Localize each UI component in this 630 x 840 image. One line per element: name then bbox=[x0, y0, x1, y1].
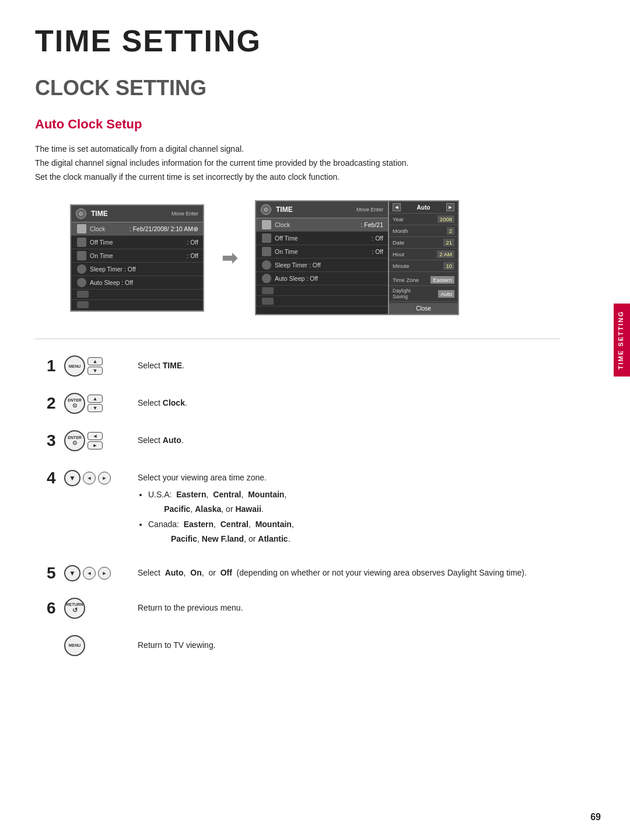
sub-row-hour: Hour 2 AM bbox=[389, 249, 458, 260]
menu-row-sleeptimer-right: Sleep Timer : Off bbox=[256, 259, 388, 272]
up-arrow-2: ▲ bbox=[88, 395, 103, 403]
step-menu-buttons: MENU bbox=[64, 635, 85, 656]
right-arrow: ► bbox=[88, 441, 103, 449]
step-4-buttons: ▼ ◄ ► bbox=[64, 470, 111, 486]
down-button-5: ▼ bbox=[64, 565, 80, 581]
sub-nav-row: ◄ Auto ► bbox=[389, 201, 458, 214]
step-2: 2 ENTER ⊙ ▲ ▼ Select Clock. bbox=[47, 393, 560, 414]
steps-section: 1 MENU ▲ ▼ Select TIME. 2 bbox=[35, 355, 560, 656]
step-3-buttons: ENTER ⊙ ◄ ► bbox=[64, 430, 103, 451]
step-3-number: 3 bbox=[47, 433, 60, 449]
menu-row-icon1-left bbox=[71, 290, 203, 300]
step-2-text: Select Clock. bbox=[138, 393, 560, 410]
menu-row-icon1-right bbox=[256, 285, 388, 296]
step-5: 5 ▼ ◄ ► Select Auto, On, or Off (dependi… bbox=[47, 563, 560, 581]
step-5-number: 5 bbox=[47, 565, 60, 581]
left-arrow-5: ◄ bbox=[83, 567, 96, 580]
sub-nav-right-btn: ► bbox=[446, 203, 454, 211]
step-4: 4 ▼ ◄ ► Select your viewing area time zo… bbox=[47, 468, 560, 546]
menu-screenshot-left: ⊙ TIME Move Enter Clock : Feb/21/2008/ 2… bbox=[70, 204, 204, 312]
menu-row-offtime-right: Off Time : Off bbox=[256, 232, 388, 245]
menu-button: MENU bbox=[64, 355, 85, 377]
step-6-text: Return to the previous menu. bbox=[138, 598, 560, 615]
menu-screenshot-right: ⊙ TIME Move Enter Clock : Feb/21 Off Tim… bbox=[255, 200, 459, 315]
section-heading: CLOCK SETTING bbox=[35, 76, 560, 100]
arrow-right: ➡ bbox=[222, 247, 237, 269]
enter-button: ENTER ⊙ bbox=[64, 393, 85, 414]
enter-button-3: ENTER ⊙ bbox=[64, 430, 85, 451]
step-3-text: Select Auto. bbox=[138, 430, 560, 448]
step-5-buttons: ▼ ◄ ► bbox=[64, 565, 111, 581]
sub-row-daylight: DaylightSaving Auto bbox=[389, 286, 458, 302]
step-6-buttons: RETURN ↺ bbox=[64, 598, 85, 619]
step-2-number: 2 bbox=[47, 395, 60, 412]
left-right-arrows: ◄ ► bbox=[88, 432, 103, 449]
sub-row-minute: Minute 10 bbox=[389, 260, 458, 272]
menu-row-clock-right: Clock : Feb/21 bbox=[256, 218, 388, 232]
menu-row-icon2-right bbox=[256, 296, 388, 306]
menu-row-sleeptimer-left: Sleep Timer : Off bbox=[71, 263, 203, 276]
right-arrow-4: ► bbox=[98, 472, 111, 485]
description-block: The time is set automatically from a dig… bbox=[35, 142, 560, 184]
menu-icon-left: ⊙ bbox=[76, 208, 86, 219]
right-arrow-5: ► bbox=[98, 567, 111, 580]
menu-row-ontime-left: On Time : Off bbox=[71, 249, 203, 263]
down-arrow-2: ▼ bbox=[88, 404, 103, 412]
step-1-buttons: MENU ▲ ▼ bbox=[64, 355, 103, 377]
step-6: 6 RETURN ↺ Return to the previous menu. bbox=[47, 598, 560, 619]
step-1: 1 MENU ▲ ▼ Select TIME. bbox=[47, 355, 560, 377]
sub-row-year: Year 2008 bbox=[389, 214, 458, 225]
menu-nav-left: Move Enter bbox=[172, 211, 198, 217]
left-arrow-4: ◄ bbox=[83, 472, 96, 485]
sub-nav-left-btn: ◄ bbox=[393, 203, 401, 211]
menu-right-main: ⊙ TIME Move Enter Clock : Feb/21 Off Tim… bbox=[255, 200, 389, 315]
step-4-text: Select your viewing area time zone. U.S.… bbox=[138, 468, 560, 546]
menu-title-right: TIME bbox=[276, 205, 352, 214]
up-down-arrows: ▲ ▼ bbox=[88, 357, 103, 375]
screenshots-row: ⊙ TIME Move Enter Clock : Feb/21/2008/ 2… bbox=[35, 200, 560, 315]
menu-icon-right: ⊙ bbox=[261, 204, 271, 215]
menu-button-end: MENU bbox=[64, 635, 85, 656]
side-tab: TIME SETTING bbox=[614, 304, 630, 377]
menu-sub-panel: ◄ Auto ► Year 2008 Month 2 Date 21 Hou bbox=[389, 200, 459, 315]
step-6-number: 6 bbox=[47, 600, 60, 616]
menu-row-icon2-left bbox=[71, 300, 203, 311]
page-number: 69 bbox=[590, 812, 601, 822]
step-4-number: 4 bbox=[47, 470, 60, 486]
up-down-arrows-2: ▲ ▼ bbox=[88, 395, 103, 412]
step-2-buttons: ENTER ⊙ ▲ ▼ bbox=[64, 393, 103, 414]
menu-row-clock-left: Clock : Feb/21/2008/ 2:10 AM⊛ bbox=[71, 222, 203, 236]
sub-close-btn[interactable]: Close bbox=[389, 303, 458, 314]
up-arrow: ▲ bbox=[88, 357, 103, 365]
subsection-heading: Auto Clock Setup bbox=[35, 117, 560, 132]
step-menu-text: Return to TV viewing. bbox=[138, 635, 560, 653]
down-arrow: ▼ bbox=[88, 367, 103, 375]
sub-row-month: Month 2 bbox=[389, 225, 458, 237]
menu-row-ontime-right: On Time : Off bbox=[256, 245, 388, 259]
return-button: RETURN ↺ bbox=[64, 598, 85, 619]
left-arrow: ◄ bbox=[88, 432, 103, 440]
step-3: 3 ENTER ⊙ ◄ ► Select Auto. bbox=[47, 430, 560, 451]
step-1-text: Select TIME. bbox=[138, 355, 560, 373]
menu-row-autosleep-left: Auto Sleep : Off bbox=[71, 276, 203, 290]
menu-nav-right: Move Enter bbox=[356, 207, 383, 212]
step-1-number: 1 bbox=[47, 358, 60, 374]
sub-nav-label: Auto bbox=[403, 204, 444, 211]
step-5-text: Select Auto, On, or Off (depending on wh… bbox=[138, 563, 560, 580]
menu-title-left: TIME bbox=[91, 210, 167, 218]
menu-row-autosleep-right: Auto Sleep : Off bbox=[256, 272, 388, 285]
page-title: TIME SETTING bbox=[35, 23, 560, 58]
divider bbox=[35, 339, 560, 339]
step-menu: 7 MENU Return to TV viewing. bbox=[47, 635, 560, 656]
down-button: ▼ bbox=[64, 470, 80, 486]
sub-row-timezone: Time Zone Eastern bbox=[389, 274, 458, 286]
menu-row-offtime-left: Off Time : Off bbox=[71, 236, 203, 249]
sub-row-date: Date 21 bbox=[389, 237, 458, 249]
